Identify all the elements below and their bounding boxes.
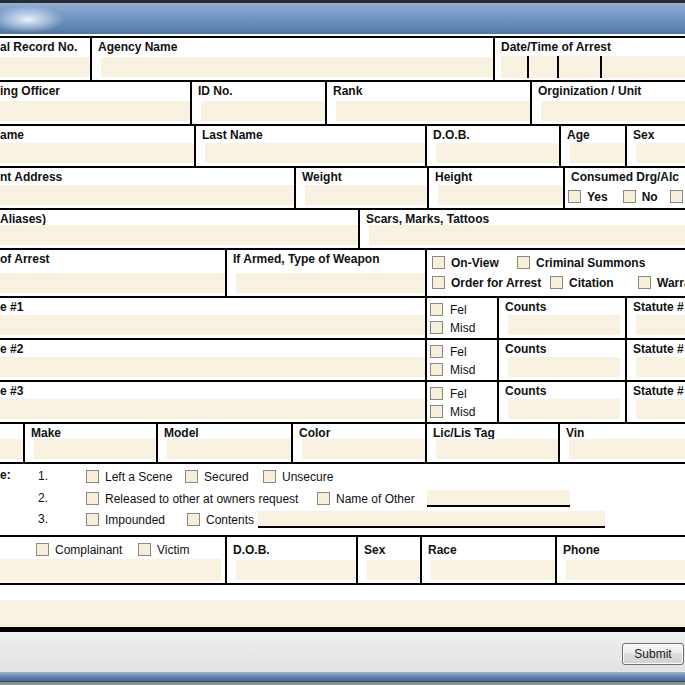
charge-3-statute-input[interactable] — [636, 399, 685, 419]
contents-label: Contents — [206, 513, 254, 527]
weight-input[interactable] — [305, 185, 427, 205]
aliases-input[interactable] — [0, 225, 358, 245]
address-input[interactable] — [0, 185, 294, 205]
misd-checkbox[interactable] — [430, 363, 443, 376]
charge-1-statute-input[interactable] — [636, 315, 685, 335]
dob-input[interactable] — [436, 143, 559, 163]
consumed-no-checkbox[interactable] — [623, 190, 636, 203]
contents-checkbox[interactable] — [187, 513, 200, 526]
warrant-label: Warrant — [657, 276, 685, 290]
person-race-input[interactable] — [431, 560, 555, 580]
charge-2-class-cell: Fel Misd — [425, 338, 499, 382]
age-input[interactable] — [570, 143, 625, 163]
charge-2-counts-input[interactable] — [508, 357, 620, 377]
vehicle-year-input[interactable] — [0, 439, 23, 459]
fel-checkbox[interactable] — [430, 387, 443, 400]
vehicle-tag-input[interactable] — [436, 439, 558, 459]
criminal-summons-option: Criminal Summons — [517, 254, 645, 271]
agency-name-input[interactable] — [101, 57, 493, 77]
charge-2-input[interactable] — [0, 357, 425, 377]
scars-marks-tattoos-cell: Scars, Marks, Tattoos — [358, 208, 685, 250]
consumed-no-label: No — [642, 190, 658, 204]
victim-label: Victim — [157, 543, 189, 557]
unsecure-checkbox[interactable] — [263, 470, 276, 483]
scars-marks-tattoos-input[interactable] — [369, 225, 685, 245]
criminal-summons-checkbox[interactable] — [517, 256, 530, 269]
organization-unit-input[interactable] — [541, 101, 685, 121]
secured-checkbox[interactable] — [185, 470, 198, 483]
charge-3-counts-input[interactable] — [508, 399, 620, 419]
charge-2-fel-option: Fel — [430, 343, 467, 360]
datetime-arrest-cell: Date/Time of Arrest — [493, 36, 685, 82]
weapon-cell: If Armed, Type of Weapon — [225, 248, 427, 298]
charge-1-input[interactable] — [0, 315, 425, 335]
complainant-checkbox[interactable] — [36, 543, 49, 556]
person-dob-input[interactable] — [236, 560, 356, 580]
citation-checkbox[interactable] — [550, 276, 563, 289]
person-name-input[interactable] — [0, 559, 221, 581]
impounded-checkbox[interactable] — [86, 513, 99, 526]
submit-button[interactable]: Submit — [622, 643, 684, 665]
misd-checkbox[interactable] — [430, 321, 443, 334]
warrant-checkbox[interactable] — [638, 276, 651, 289]
fel-label: Fel — [450, 345, 467, 359]
datetime-arrest-input[interactable] — [501, 56, 685, 78]
consumed-yes-checkbox[interactable] — [568, 190, 581, 203]
person-phone-input[interactable] — [566, 560, 685, 580]
sex-input[interactable] — [636, 143, 685, 163]
record-no-cell: al Record No. — [0, 36, 92, 82]
charge-1-counts-input[interactable] — [508, 315, 620, 335]
order-for-arrest-checkbox[interactable] — [432, 276, 445, 289]
charge-2-statute-input[interactable] — [636, 357, 685, 377]
secured-option: Secured — [185, 468, 249, 485]
vehicle-tag-label: Lic/Lis Tag — [433, 426, 495, 440]
name-of-other-checkbox[interactable] — [317, 492, 330, 505]
rank-input[interactable] — [336, 101, 530, 121]
fel-checkbox[interactable] — [430, 345, 443, 358]
person-sex-input[interactable] — [367, 560, 420, 580]
misd-checkbox[interactable] — [430, 405, 443, 418]
narrative-input[interactable] — [0, 600, 685, 627]
weapon-input[interactable] — [236, 273, 425, 293]
date-separator — [557, 56, 559, 78]
title-bar[interactable] — [0, 0, 685, 34]
contents-input[interactable] — [258, 511, 605, 528]
vehicle-vin-input[interactable] — [569, 439, 685, 459]
place-of-arrest-input[interactable] — [0, 273, 225, 293]
charge-1-statute-cell: Statute # — [625, 296, 685, 340]
id-no-input[interactable] — [201, 101, 325, 121]
consumed-drg-alc-cell: Consumed Drg/Alc Yes No — [563, 166, 685, 210]
charge-2-statute-cell: Statute # — [625, 338, 685, 382]
dob-cell: D.O.B. — [425, 124, 561, 168]
last-name-label: Last Name — [202, 128, 263, 142]
released-to-other-checkbox[interactable] — [86, 492, 99, 505]
charge-1-counts-cell: Counts — [497, 296, 627, 340]
agency-name-cell: Agency Name — [90, 36, 495, 82]
victim-option: Victim — [138, 541, 189, 558]
fel-checkbox[interactable] — [430, 303, 443, 316]
vehicle-model-input[interactable] — [167, 439, 291, 459]
left-a-scene-checkbox[interactable] — [86, 470, 99, 483]
charge-3-input[interactable] — [0, 399, 425, 419]
consumed-unknown-checkbox[interactable] — [670, 190, 683, 203]
weapon-label: If Armed, Type of Weapon — [233, 252, 379, 266]
citation-label: Citation — [569, 276, 614, 290]
last-name-input[interactable] — [205, 143, 425, 163]
arresting-officer-input[interactable] — [0, 101, 190, 121]
vehicle-make-input[interactable] — [34, 439, 156, 459]
left-a-scene-option: Left a Scene — [86, 468, 172, 485]
record-no-input[interactable] — [0, 57, 90, 77]
id-no-label: ID No. — [198, 84, 233, 98]
criminal-summons-label: Criminal Summons — [536, 256, 645, 270]
on-view-checkbox[interactable] — [432, 256, 445, 269]
victim-checkbox[interactable] — [138, 543, 151, 556]
charge-3-cell: e #3 — [0, 380, 427, 424]
charge-2-misd-option: Misd — [430, 361, 475, 378]
first-name-input[interactable] — [0, 143, 194, 163]
height-input[interactable] — [438, 185, 563, 205]
name-of-other-input[interactable] — [427, 490, 570, 507]
order-for-arrest-option: Order for Arrest — [432, 274, 541, 291]
vehicle-color-input[interactable] — [302, 439, 425, 459]
dob-label: D.O.B. — [433, 128, 470, 142]
person-sex-label: Sex — [364, 543, 385, 557]
